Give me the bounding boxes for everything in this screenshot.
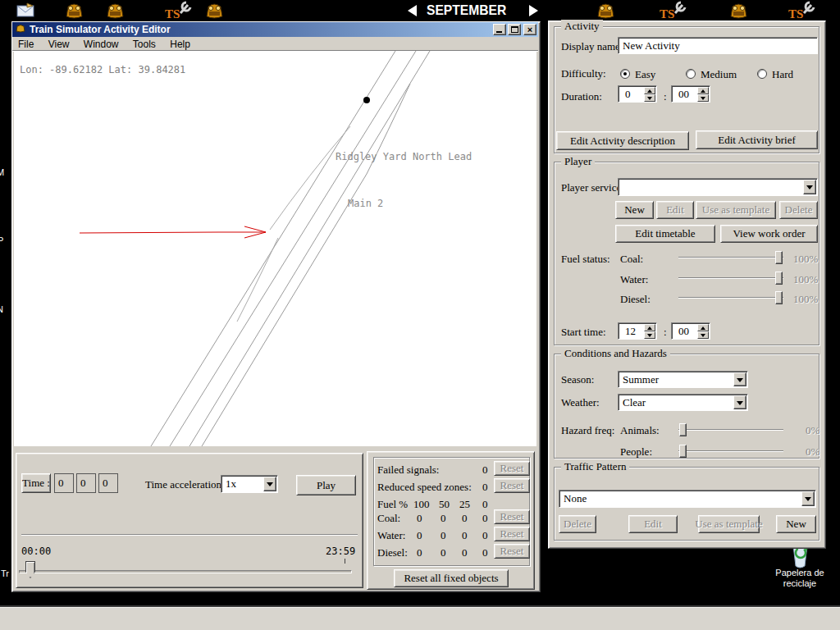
chevron-down-icon[interactable] [733, 372, 746, 386]
time-seconds-box[interactable]: 0 [98, 473, 118, 493]
coal-slider-thumb[interactable] [775, 251, 783, 264]
time-acceleration-value: 1x [226, 477, 262, 491]
difficulty-medium-radio[interactable] [686, 69, 696, 79]
calendar-next-icon[interactable] [529, 5, 538, 16]
season-value: Summer [623, 373, 733, 386]
coal-slider[interactable] [678, 251, 783, 264]
people-slider[interactable] [678, 445, 783, 458]
train-shortcut-icon[interactable] [203, 1, 226, 24]
time-acceleration-dropdown[interactable]: 1x [221, 475, 278, 493]
reset-all-fixed-objects-button[interactable]: Reset all fixed objects [394, 569, 509, 587]
diesel-slider-thumb[interactable] [775, 291, 783, 304]
diesel-pct: 100% [793, 293, 818, 306]
spin-down-icon[interactable] [644, 331, 655, 339]
player-edit-button[interactable]: Edit [656, 201, 694, 219]
player-delete-button[interactable]: Delete [779, 201, 818, 219]
calendar-month-title: SEPTEMBER [427, 2, 506, 19]
activity-group: Activity Display name: Difficulty: Easy … [554, 26, 819, 153]
recycle-bin-label[interactable]: Papelera de reciclaje [759, 568, 840, 589]
display-name-input[interactable] [618, 37, 818, 54]
animals-slider-thumb[interactable] [679, 423, 687, 436]
play-button[interactable]: Play [296, 475, 356, 495]
spin-down-icon[interactable] [697, 331, 709, 339]
people-slider-thumb[interactable] [679, 445, 687, 458]
time-button[interactable]: Time : [21, 473, 51, 493]
reset-water-button[interactable]: Reset [494, 527, 530, 541]
player-service-label: Player service: [561, 181, 624, 194]
weather-dropdown[interactable]: Clear [618, 394, 748, 411]
traffic-use-as-template-button[interactable]: Use as template [698, 515, 760, 533]
colon-separator: : [664, 326, 667, 339]
coal-value: 0 [441, 512, 446, 525]
edit-activity-brief-button[interactable]: Edit Activity brief [696, 130, 818, 149]
reset-coal-button[interactable]: Reset [494, 509, 530, 524]
chevron-down-icon[interactable] [801, 491, 815, 506]
desktop-label-fragment: N [0, 304, 3, 314]
timeline-slider-track[interactable] [19, 570, 352, 573]
calendar-prev-icon[interactable] [408, 5, 417, 16]
menu-tools[interactable]: Tools [127, 37, 162, 50]
close-icon[interactable]: × [523, 24, 536, 35]
coal-row-label: Coal: [377, 512, 400, 525]
spin-up-icon[interactable] [644, 87, 655, 94]
train-shortcut-icon[interactable] [104, 1, 126, 24]
menu-file[interactable]: File [12, 37, 39, 50]
spin-down-icon[interactable] [644, 94, 655, 102]
track-label: Ridgley Yard North Lead [336, 151, 472, 162]
player-service-dropdown[interactable] [618, 178, 818, 196]
traffic-edit-button[interactable]: Edit [628, 515, 678, 533]
title-bar[interactable]: Train Simulator Activity Editor × [12, 22, 538, 37]
duration-label: Duration: [561, 90, 602, 103]
pointer-arrow-icon [80, 226, 266, 238]
chevron-down-icon[interactable] [733, 395, 746, 409]
chevron-down-icon[interactable] [803, 180, 816, 194]
time-hours-box[interactable]: 0 [54, 473, 74, 493]
duration-minutes-spinner[interactable]: 00 [671, 85, 710, 103]
difficulty-hard-radio[interactable] [757, 69, 767, 79]
reset-reduced-speed-button[interactable]: Reset [494, 478, 530, 493]
menu-view[interactable]: View [43, 37, 75, 50]
water-value: 0 [462, 529, 468, 542]
water-slider[interactable] [678, 272, 783, 285]
time-minutes-box[interactable]: 0 [76, 473, 96, 493]
mail-icon[interactable] [16, 2, 34, 22]
time-panel: Time : 0 0 0 Time acceleration 1x Play 0… [16, 453, 363, 588]
timeline-slider-thumb[interactable] [25, 561, 35, 578]
edit-timetable-button[interactable]: Edit timetable [615, 225, 715, 243]
desktop-label-fragment: M [0, 167, 4, 177]
traffic-new-button[interactable]: New [776, 515, 816, 533]
water-slider-thumb[interactable] [775, 272, 783, 285]
minimize-icon[interactable] [493, 24, 506, 35]
difficulty-easy-radio[interactable] [620, 69, 630, 79]
duration-hours-spinner[interactable]: 0 [618, 85, 657, 103]
spin-up-icon[interactable] [697, 87, 709, 94]
start-hours-spinner[interactable]: 12 [618, 322, 657, 340]
spin-up-icon[interactable] [697, 324, 709, 331]
edit-activity-description-button[interactable]: Edit Activity description [556, 131, 689, 150]
maximize-icon[interactable] [508, 24, 521, 35]
player-new-button[interactable]: New [615, 201, 654, 219]
ts-letters: TS [165, 7, 180, 21]
taskbar: Inicio e » Train Simulator Activi... « x… [0, 607, 840, 630]
spin-up-icon[interactable] [644, 324, 655, 331]
animals-slider[interactable] [678, 423, 783, 436]
chevron-down-icon[interactable] [263, 477, 276, 491]
menu-help[interactable]: Help [164, 37, 196, 50]
timeline-end-label: 23:59 [326, 546, 355, 557]
reset-diesel-button[interactable]: Reset [494, 544, 530, 559]
menu-window[interactable]: Window [78, 37, 125, 50]
route-map-canvas[interactable]: Lon: -89.62182 Lat: 39.84281 Ridgley Yar… [14, 51, 536, 446]
start-minutes-spinner[interactable]: 00 [671, 322, 710, 340]
ts-tool-shortcut-icon[interactable]: TS [164, 1, 192, 24]
train-shortcut-icon[interactable] [63, 1, 85, 24]
diesel-slider[interactable] [678, 291, 783, 304]
spin-down-icon[interactable] [697, 94, 709, 102]
failed-signals-label: Failed signals: [377, 463, 439, 477]
traffic-pattern-dropdown[interactable]: None [559, 490, 816, 508]
reset-failed-signals-button[interactable]: Reset [494, 461, 530, 476]
traffic-delete-button[interactable]: Delete [559, 515, 596, 533]
view-work-order-button[interactable]: View work order [720, 225, 818, 243]
player-use-as-template-button[interactable]: Use as template [696, 201, 776, 219]
season-dropdown[interactable]: Summer [618, 371, 748, 388]
traffic-group-title: Traffic Pattern [561, 460, 629, 473]
